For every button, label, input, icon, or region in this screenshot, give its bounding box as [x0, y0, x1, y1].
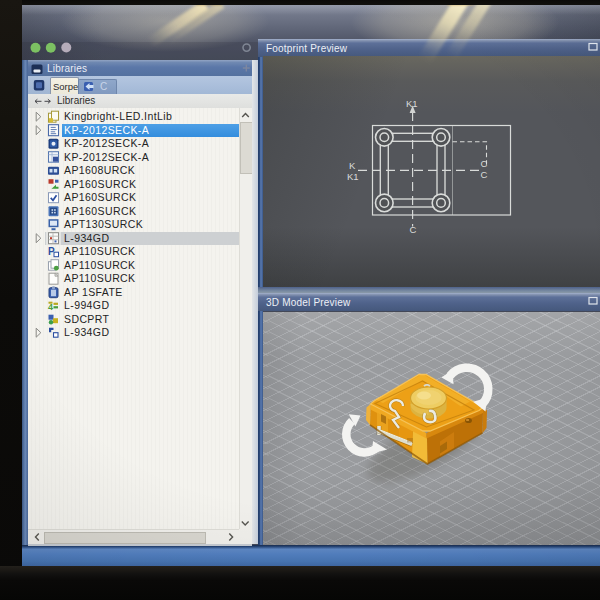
svg-text:C: C	[410, 224, 417, 235]
svg-text:C: C	[481, 158, 488, 169]
svg-text:K: K	[349, 160, 356, 171]
svg-text:C: C	[481, 169, 488, 180]
svg-text:K1: K1	[406, 98, 418, 109]
svg-text:K1: K1	[347, 171, 359, 182]
